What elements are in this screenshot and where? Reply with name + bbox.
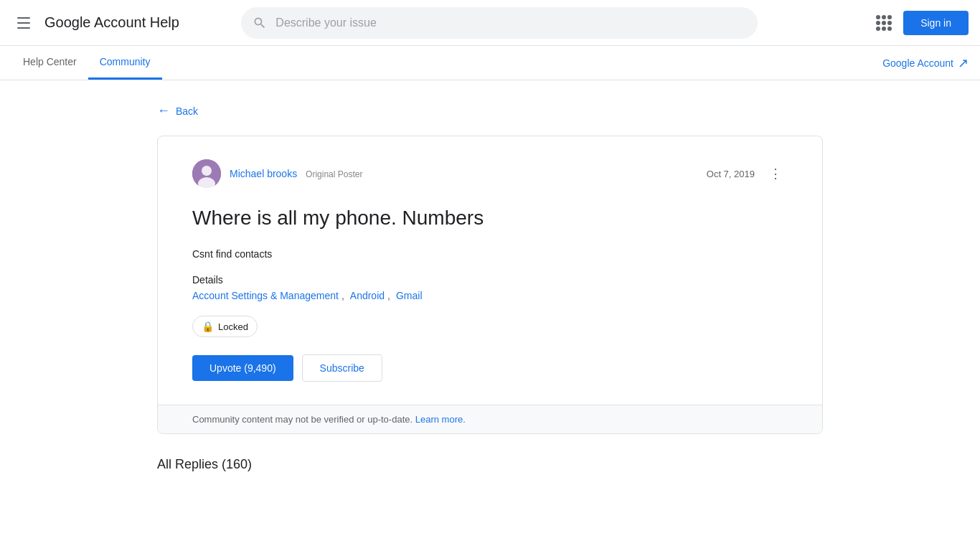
nav-tabs: Help Center Community Google Account ↗ (0, 46, 980, 80)
search-bar-inner (241, 7, 758, 39)
search-icon (253, 16, 267, 30)
avatar (192, 159, 221, 188)
google-apps-button[interactable] (870, 9, 897, 37)
subscribe-button[interactable]: Subscribe (302, 354, 382, 382)
original-poster-badge: Original Poster (306, 169, 362, 179)
post-body: Michael brooks Original Poster Oct 7, 20… (158, 136, 822, 405)
google-account-link[interactable]: Google Account ↗ (882, 55, 969, 71)
tag-gmail[interactable]: Gmail (396, 290, 423, 301)
author-info: Michael brooks Original Poster (230, 168, 362, 179)
main-content: ← Back Michael brooks Original Poster (146, 80, 834, 495)
search-input[interactable] (275, 17, 746, 29)
tag-separator-2: , (387, 290, 390, 301)
sign-in-button[interactable]: Sign in (903, 11, 969, 35)
post-card: Michael brooks Original Poster Oct 7, 20… (157, 136, 823, 434)
upvote-button[interactable]: Upvote (9,490) (192, 355, 293, 381)
svg-point-1 (202, 166, 212, 176)
header-left: Google Account Help (11, 11, 179, 34)
post-meta-right: Oct 7, 2019 ⋮ (707, 163, 788, 184)
back-label: Back (176, 105, 198, 117)
post-actions: Upvote (9,490) Subscribe (192, 354, 788, 382)
tab-community[interactable]: Community (88, 46, 162, 80)
back-arrow-icon: ← (157, 103, 170, 118)
post-header: Michael brooks Original Poster Oct 7, 20… (192, 159, 788, 188)
apps-grid-icon (876, 15, 892, 31)
post-author: Michael brooks Original Poster (192, 159, 362, 188)
locked-label: Locked (218, 321, 248, 332)
locked-badge: 🔒 Locked (192, 316, 258, 337)
back-link[interactable]: ← Back (157, 103, 823, 118)
hamburger-icon[interactable] (11, 11, 36, 34)
tag-android[interactable]: Android (350, 290, 385, 301)
post-tags: Account Settings & Management , Android … (192, 290, 788, 301)
disclaimer-text: Community content may not be verified or… (192, 414, 413, 425)
app-title: Google Account Help (44, 14, 179, 31)
post-date: Oct 7, 2019 (707, 169, 755, 179)
learn-more-link[interactable]: Learn more. (415, 414, 466, 425)
lock-icon: 🔒 (202, 321, 214, 332)
tag-account-settings[interactable]: Account Settings & Management (192, 290, 339, 301)
all-replies-heading: All Replies (160) (157, 457, 823, 472)
header: Google Account Help Sign in (0, 0, 980, 46)
more-options-button[interactable]: ⋮ (763, 163, 788, 184)
nav-tabs-left: Help Center Community (11, 46, 162, 80)
post-title: Where is all my phone. Numbers (192, 205, 788, 231)
search-bar (241, 7, 758, 39)
google-account-label: Google Account (882, 57, 953, 69)
avatar-svg (192, 159, 221, 188)
external-link-icon: ↗ (958, 55, 969, 71)
disclaimer-bar: Community content may not be verified or… (158, 405, 822, 433)
tab-help-center[interactable]: Help Center (11, 46, 88, 80)
post-details-label: Details (192, 274, 788, 286)
post-body-text: Csnt find contacts (192, 248, 788, 260)
author-name[interactable]: Michael brooks (230, 168, 297, 179)
tag-separator-1: , (341, 290, 344, 301)
header-right: Sign in (870, 9, 969, 37)
